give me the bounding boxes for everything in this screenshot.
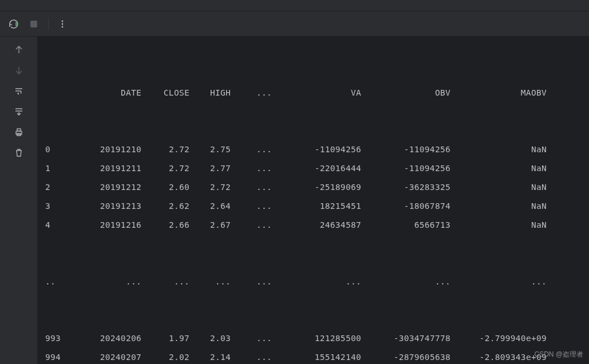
cell-va: 18215451 [272, 197, 361, 216]
cell-close: 2.66 [141, 216, 189, 235]
run-toolbar [0, 11, 589, 37]
console-output[interactable]: DATE CLOSE HIGH ... VA OBV MAOBV 0201912… [37, 37, 589, 364]
svg-point-3 [62, 26, 64, 27]
scroll-up-icon[interactable] [14, 45, 24, 55]
cell-idx: 3 [45, 197, 73, 216]
more-icon[interactable] [58, 19, 67, 29]
cell-high: 2.64 [189, 197, 231, 216]
cell-close: 2.62 [141, 197, 189, 216]
cell-dots: ... [231, 140, 272, 159]
cell-close: 1.97 [141, 329, 189, 348]
cell-va: 24634587 [272, 216, 361, 235]
cell-idx: 1 [45, 159, 73, 178]
cell-date: 20191213 [73, 197, 141, 216]
table-row: 993202402061.972.03...121285500-30347477… [45, 329, 584, 348]
table-row: 2201912122.602.72...-25189069-36283325Na… [45, 178, 584, 197]
cell-date: 20191216 [73, 216, 141, 235]
cell-maobv: NaN [450, 216, 547, 235]
cell-maobv: NaN [450, 140, 547, 159]
soft-wrap-icon[interactable] [14, 86, 24, 96]
cell-obv: -11094256 [361, 140, 450, 159]
cell-idx: 0 [45, 140, 73, 159]
cell-close: 2.60 [141, 178, 189, 197]
stop-icon[interactable] [29, 19, 39, 29]
ellipsis-row: .. ... ... ... ... ... ... ... [45, 272, 584, 291]
cell-high: 2.72 [189, 178, 231, 197]
table-row: 3201912132.622.64...18215451-18067874NaN [45, 197, 584, 216]
svg-point-2 [62, 23, 64, 25]
cell-dots: ... [231, 216, 272, 235]
cell-idx: 2 [45, 178, 73, 197]
cell-dots: ... [231, 197, 272, 216]
table-row: 1201912112.722.77...-22016444-11094256Na… [45, 159, 584, 178]
cell-va: -22016444 [272, 159, 361, 178]
cell-high: 2.77 [189, 159, 231, 178]
cell-maobv: NaN [450, 178, 547, 197]
cell-obv: -36283325 [361, 178, 450, 197]
table-row: 0201912102.722.75...-11094256-11094256Na… [45, 140, 584, 159]
separator [48, 18, 49, 30]
cell-idx: 994 [45, 348, 73, 364]
scroll-to-end-icon[interactable] [14, 106, 24, 117]
cell-va: -11094256 [272, 140, 361, 159]
cell-maobv: NaN [450, 159, 547, 178]
cell-obv: -18067874 [361, 197, 450, 216]
cell-close: 2.02 [141, 348, 189, 364]
watermark: CSDN @盗理者 [534, 350, 583, 359]
cell-obv: -11094256 [361, 159, 450, 178]
cell-va: 155142140 [272, 348, 361, 364]
cell-high: 2.14 [189, 348, 231, 364]
cell-dots: ... [231, 178, 272, 197]
cell-high: 2.67 [189, 216, 231, 235]
cell-high: 2.03 [189, 329, 231, 348]
cell-date: 20240206 [73, 329, 141, 348]
cell-dots: ... [231, 348, 272, 364]
cell-obv: -3034747778 [361, 329, 450, 348]
svg-rect-5 [17, 129, 21, 131]
cell-maobv: -2.809343e+09 [450, 348, 547, 364]
cell-high: 2.75 [189, 140, 231, 159]
cell-close: 2.72 [141, 140, 189, 159]
rerun-icon[interactable] [8, 18, 19, 30]
cell-date: 20191212 [73, 178, 141, 197]
cell-idx: 4 [45, 216, 73, 235]
tab-bar [0, 0, 589, 11]
table-header: DATE CLOSE HIGH ... VA OBV MAOBV [45, 84, 584, 102]
table-row: 994202402072.022.14...155142140-28796056… [45, 348, 584, 364]
trash-icon[interactable] [14, 148, 24, 158]
cell-maobv: NaN [450, 197, 547, 216]
svg-point-1 [62, 20, 64, 22]
svg-rect-0 [30, 21, 37, 27]
cell-dots: ... [231, 159, 272, 178]
cell-idx: 993 [45, 329, 73, 348]
print-icon[interactable] [14, 127, 24, 137]
scroll-down-icon[interactable] [14, 65, 24, 76]
cell-maobv: -2.799940e+09 [450, 329, 547, 348]
table-row: 4201912162.662.67...246345876566713NaN [45, 216, 584, 235]
cell-obv: -2879605638 [361, 348, 450, 364]
cell-date: 20191210 [73, 140, 141, 159]
gutter-toolbar [0, 37, 37, 364]
cell-va: 121285500 [272, 329, 361, 348]
cell-dots: ... [231, 329, 272, 348]
cell-obv: 6566713 [361, 216, 450, 235]
cell-date: 20240207 [73, 348, 141, 364]
cell-va: -25189069 [272, 178, 361, 197]
cell-date: 20191211 [73, 159, 141, 178]
cell-close: 2.72 [141, 159, 189, 178]
